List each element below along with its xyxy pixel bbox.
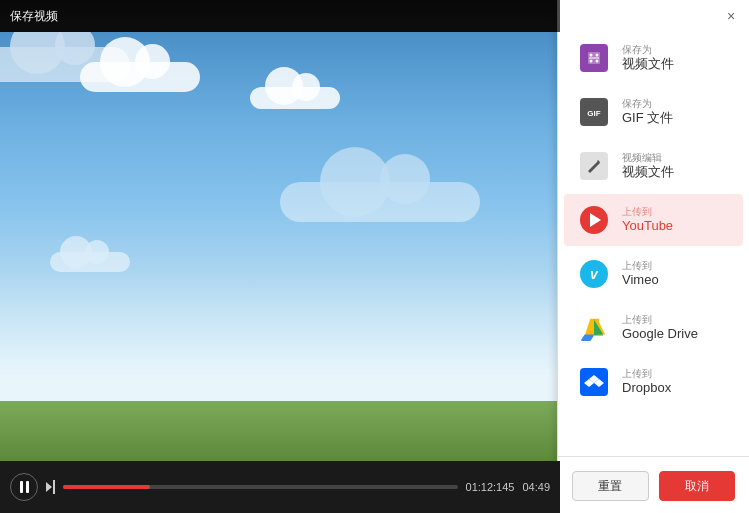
dropbox-icon [578, 366, 610, 398]
sky-background [0, 32, 560, 461]
export-menu: 保存为 视频文件 GIF 保存为 GIF 文件 [558, 30, 749, 452]
menu-gdrive-title: Google Drive [622, 326, 698, 343]
controls-bar: 01:12:145 04:49 [0, 461, 560, 513]
film-icon [578, 42, 610, 74]
menu-save-video-subtitle: 保存为 [622, 44, 674, 56]
menu-item-vimeo[interactable]: v 上传到 Vimeo [564, 248, 743, 300]
menu-item-save-gif[interactable]: GIF 保存为 GIF 文件 [564, 86, 743, 138]
menu-vimeo-subtitle: 上传到 [622, 260, 659, 272]
menu-save-gif-title: GIF 文件 [622, 110, 673, 127]
progress-fill [63, 485, 150, 489]
cloud-decoration [280, 182, 480, 222]
svg-text:GIF: GIF [587, 109, 600, 118]
menu-youtube-subtitle: 上传到 [622, 206, 673, 218]
youtube-icon [578, 204, 610, 236]
progress-bar[interactable] [63, 485, 458, 489]
skip-triangle [46, 482, 52, 492]
menu-youtube-title: YouTube [622, 218, 673, 235]
cloud-decoration [80, 62, 200, 92]
close-button[interactable]: × [721, 6, 741, 26]
video-title-bar: 保存视频 [0, 0, 560, 32]
time-total: 04:49 [522, 481, 550, 493]
menu-item-youtube[interactable]: 上传到 YouTube [564, 194, 743, 246]
skip-bar [53, 480, 55, 494]
cloud-decoration [50, 252, 130, 272]
svg-point-3 [590, 60, 593, 63]
cancel-button[interactable]: 取消 [659, 471, 736, 501]
pause-button[interactable] [10, 473, 38, 501]
menu-item-edit-video[interactable]: 视频编辑 视频文件 [564, 140, 743, 192]
svg-point-2 [596, 54, 599, 57]
video-title: 保存视频 [10, 8, 58, 25]
video-area: 保存视频 01:12:145 04:49 [0, 0, 560, 513]
reset-button[interactable]: 重置 [572, 471, 649, 501]
svg-rect-5 [589, 57, 599, 59]
google-drive-icon [578, 312, 610, 344]
cloud-decoration [250, 87, 340, 109]
skip-forward-button[interactable] [46, 480, 55, 494]
menu-dropbox-subtitle: 上传到 [622, 368, 671, 380]
menu-dropbox-title: Dropbox [622, 380, 671, 397]
ground-decoration [0, 401, 560, 461]
panel-divider [558, 456, 749, 457]
svg-point-4 [596, 60, 599, 63]
menu-vimeo-title: Vimeo [622, 272, 659, 289]
svg-text:v: v [590, 266, 599, 282]
menu-item-gdrive[interactable]: 上传到 Google Drive [564, 302, 743, 354]
gif-icon: GIF [578, 96, 610, 128]
time-current: 01:12:145 [466, 481, 515, 493]
menu-item-save-video[interactable]: 保存为 视频文件 [564, 32, 743, 84]
menu-save-gif-subtitle: 保存为 [622, 98, 673, 110]
panel-footer: 重置 取消 [558, 461, 749, 513]
panel-close-row: × [558, 0, 749, 30]
menu-gdrive-subtitle: 上传到 [622, 314, 698, 326]
edit-video-icon [578, 150, 610, 182]
menu-edit-video-subtitle: 视频编辑 [622, 152, 674, 164]
pause-icon [20, 481, 29, 493]
menu-edit-video-title: 视频文件 [622, 164, 674, 181]
export-panel: × 保存为 视频文件 [557, 0, 749, 513]
menu-item-dropbox[interactable]: 上传到 Dropbox [564, 356, 743, 408]
vimeo-icon: v [578, 258, 610, 290]
menu-save-video-title: 视频文件 [622, 56, 674, 73]
svg-point-1 [590, 54, 593, 57]
